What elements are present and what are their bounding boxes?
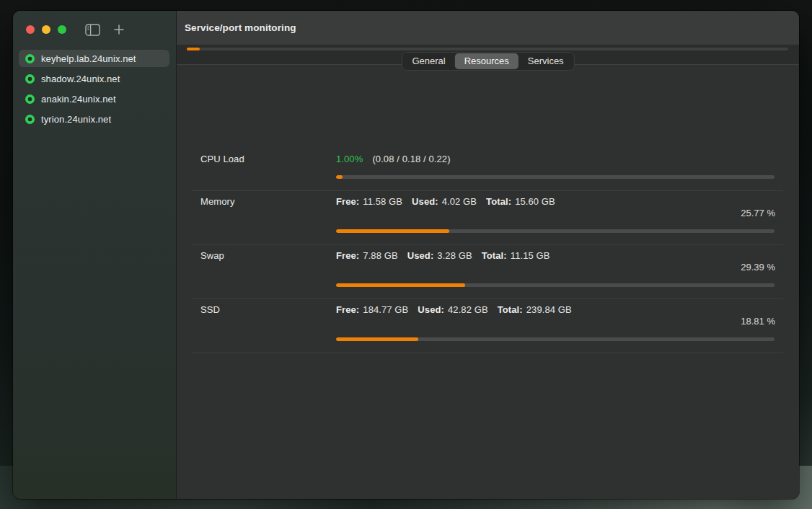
free-label: Free:	[336, 250, 359, 261]
ssd-percent: 18.81 %	[741, 316, 775, 327]
memory-bar-fill	[336, 229, 449, 233]
server-list: keyhelp.lab.24unix.net shadow.24unix.net…	[19, 50, 169, 130]
swap-bar-fill	[336, 283, 465, 287]
close-button[interactable]	[26, 25, 35, 34]
memory-bar	[336, 229, 775, 233]
memory-label: Memory	[200, 196, 235, 207]
cpu-load-value: 1.00%(0.08 / 0.18 / 0.22)	[336, 154, 451, 164]
swap-percent: 29.39 %	[741, 262, 775, 273]
used-label: Used:	[407, 250, 434, 261]
ssd-total: 239.84 GB	[526, 304, 572, 315]
used-label: Used:	[412, 196, 438, 207]
tab-services[interactable]: Services	[518, 53, 573, 69]
server-name: keyhelp.lab.24unix.net	[41, 53, 136, 64]
row-divider	[192, 190, 783, 191]
ssd-used: 42.82 GB	[448, 304, 488, 315]
titlebar[interactable]: Service/port monitoring	[177, 11, 799, 45]
used-label: Used:	[418, 304, 444, 315]
sidebar: keyhelp.lab.24unix.net shadow.24unix.net…	[13, 11, 177, 499]
memory-values: Free:11.58 GBUsed:4.02 GBTotal:15.60 GB	[336, 196, 555, 207]
server-name: anakin.24unix.net	[41, 94, 116, 105]
memory-used: 4.02 GB	[442, 196, 477, 207]
server-online-icon	[25, 115, 35, 124]
sidebar-item-tyrion[interactable]: tyrion.24unix.net	[19, 110, 169, 128]
memory-total: 15.60 GB	[515, 196, 555, 207]
window-controls	[26, 25, 66, 34]
total-label: Total:	[486, 196, 511, 207]
cpu-load-label: CPU Load	[200, 154, 244, 164]
server-name: shadow.24unix.net	[41, 74, 120, 84]
row-divider	[192, 353, 783, 353]
zoom-button[interactable]	[58, 25, 66, 34]
add-server-icon[interactable]	[113, 24, 125, 35]
refresh-progress-bar	[187, 48, 788, 50]
free-label: Free:	[336, 304, 359, 315]
total-label: Total:	[482, 250, 507, 261]
cpu-load-bar	[336, 175, 775, 179]
view-tabs: General Resources Services	[401, 52, 574, 71]
row-divider	[192, 298, 783, 299]
cpu-load-bar-fill	[336, 175, 343, 179]
tab-resources[interactable]: Resources	[455, 53, 518, 69]
tab-general[interactable]: General	[402, 53, 454, 69]
sidebar-item-shadow[interactable]: shadow.24unix.net	[19, 70, 169, 87]
ssd-free: 184.77 GB	[363, 304, 408, 315]
server-online-icon	[25, 74, 35, 84]
server-online-icon	[25, 54, 35, 63]
swap-free: 7.88 GB	[363, 250, 397, 261]
ssd-bar-fill	[336, 337, 418, 341]
ssd-label: SSD	[200, 304, 220, 315]
ssd-values: Free:184.77 GBUsed:42.82 GBTotal:239.84 …	[336, 304, 572, 315]
content-pane: Service/port monitoring General Resource…	[177, 11, 799, 499]
swap-label: Swap	[200, 250, 224, 261]
refresh-progress-fill	[187, 48, 200, 50]
cpu-percent: 1.00%	[336, 154, 363, 164]
server-online-icon	[25, 94, 35, 104]
page-title: Service/port monitoring	[185, 22, 296, 33]
resources-panel: CPU Load 1.00%(0.08 / 0.18 / 0.22) Memor…	[177, 66, 799, 499]
swap-bar	[336, 283, 775, 287]
ssd-bar	[336, 337, 775, 341]
swap-total: 11.15 GB	[511, 250, 550, 261]
swap-used: 3.28 GB	[437, 250, 472, 261]
toggle-sidebar-icon[interactable]	[85, 24, 100, 36]
memory-free: 11.58 GB	[363, 196, 402, 207]
total-label: Total:	[498, 304, 523, 315]
server-name: tyrion.24unix.net	[41, 114, 111, 125]
swap-values: Free:7.88 GBUsed:3.28 GBTotal:11.15 GB	[336, 250, 550, 261]
cpu-load-averages: (0.08 / 0.18 / 0.22)	[372, 154, 450, 164]
memory-percent: 25.77 %	[741, 208, 775, 218]
sidebar-item-keyhelp[interactable]: keyhelp.lab.24unix.net	[19, 50, 169, 67]
row-divider	[192, 244, 783, 245]
app-window: keyhelp.lab.24unix.net shadow.24unix.net…	[13, 11, 799, 499]
free-label: Free:	[336, 196, 359, 207]
minimize-button[interactable]	[42, 25, 50, 34]
sidebar-item-anakin[interactable]: anakin.24unix.net	[19, 90, 169, 107]
